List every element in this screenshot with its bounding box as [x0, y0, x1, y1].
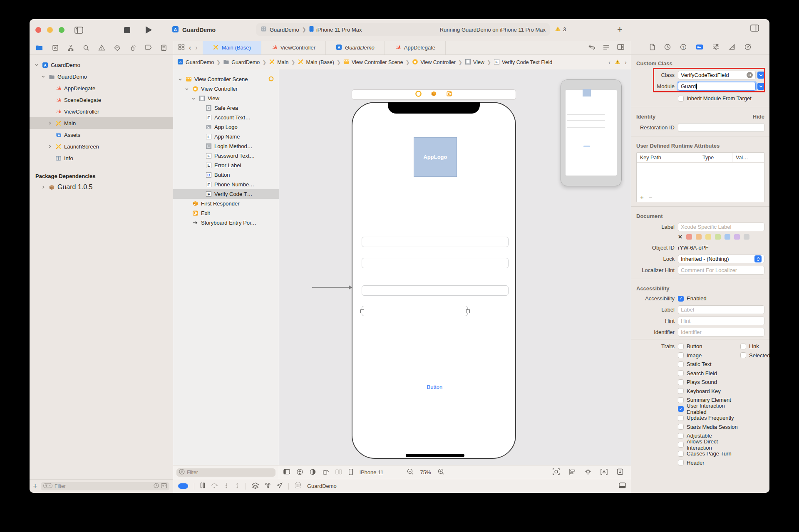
scheme-destination[interactable]: iPhone 11 Pro Max: [316, 27, 362, 33]
trait-checkbox-summary-element[interactable]: [678, 397, 684, 403]
appearance-icon[interactable]: [310, 469, 316, 476]
color-swatch[interactable]: [734, 234, 740, 240]
navigator-row-main[interactable]: Main: [30, 117, 173, 129]
trait-checkbox-keyboard-key[interactable]: [678, 388, 684, 394]
navigator-row-guard-1-0-5[interactable]: Guard 1.0.5: [30, 181, 173, 193]
breakpoint-navigator-icon[interactable]: [145, 45, 152, 51]
class-dropdown-button[interactable]: [757, 72, 764, 79]
trait-search-field[interactable]: Search Field: [678, 370, 740, 376]
verify-code-text-field[interactable]: [362, 306, 468, 316]
navigator-row-assets[interactable]: Assets: [30, 129, 173, 141]
trait-button[interactable]: Button: [678, 343, 740, 349]
close-window-button[interactable]: [35, 27, 41, 33]
runtime-attributes-table[interactable]: Key PathTypeVal… + −: [636, 152, 764, 202]
zoom-in-icon[interactable]: [438, 468, 444, 476]
view-controller-scene[interactable]: AppLogo Button: [352, 102, 516, 459]
password-text-field[interactable]: [362, 258, 509, 268]
clear-color-button[interactable]: ✕: [678, 234, 682, 240]
outline-row-view-controller[interactable]: View Controller: [173, 84, 279, 94]
editor-tab-appdelegate[interactable]: AppDelegate: [385, 41, 446, 54]
outline-row-view-controller-scene[interactable]: View Controller Scene: [173, 74, 279, 84]
outline-row-phone-numbe[interactable]: F Phone Numbe…: [173, 180, 279, 189]
trait-checkbox-updates-frequently[interactable]: [678, 415, 684, 421]
navigate-forward-icon[interactable]: ›: [195, 44, 197, 52]
accessibility-inspector-icon[interactable]: [297, 469, 303, 476]
class-field[interactable]: VerifyCodeTextField: [678, 71, 756, 79]
localizer-hint-field[interactable]: Comment For Localizer: [678, 266, 764, 275]
history-inspector-icon[interactable]: [664, 44, 671, 52]
symbols-navigator-icon[interactable]: [67, 45, 74, 51]
trait-link[interactable]: Link: [740, 343, 769, 349]
jumpbar-warning-icon[interactable]: [615, 59, 620, 66]
storyboard-entry-arrow[interactable]: [312, 284, 352, 291]
update-frames-icon[interactable]: [553, 468, 560, 476]
toggle-console-icon[interactable]: [619, 483, 626, 490]
breadcrumb-guarddemo[interactable]: AGuardDemo: [177, 59, 214, 66]
account-text-field[interactable]: [362, 237, 509, 247]
align-icon[interactable]: [569, 469, 576, 476]
accessibility-hint-field[interactable]: Hint: [678, 317, 764, 325]
storyboard-canvas[interactable]: AppLogo Button: [279, 69, 631, 465]
navigator-row-info[interactable]: Info: [30, 152, 173, 164]
lock-dropdown[interactable]: Inherited - (Nothing): [678, 255, 764, 263]
phone-number-text-field[interactable]: [362, 285, 509, 296]
disclosure-right-icon[interactable]: [47, 144, 53, 148]
add-constraints-icon[interactable]: [585, 468, 591, 476]
resolve-autolayout-icon[interactable]: [600, 469, 608, 476]
jump-to-class-icon[interactable]: [747, 72, 753, 78]
next-issue-icon[interactable]: ›: [625, 59, 627, 66]
module-field[interactable]: Guard: [678, 82, 756, 91]
first-responder-dock-icon[interactable]: [431, 91, 437, 99]
outline-row-password-text[interactable]: F Password Text…: [173, 151, 279, 161]
trait-updates-frequently[interactable]: Updates Frequently: [678, 415, 740, 421]
recent-files-filter-icon[interactable]: [154, 483, 159, 490]
restoration-id-field[interactable]: [678, 123, 764, 132]
selection-handle-left[interactable]: [360, 309, 364, 313]
outline-row-error-label[interactable]: L Error Label: [173, 161, 279, 170]
trait-summary-element[interactable]: Summary Element: [678, 397, 740, 403]
simulate-location-icon[interactable]: [277, 483, 283, 490]
attributes-inspector-icon[interactable]: [712, 44, 720, 52]
color-swatch[interactable]: [696, 234, 702, 240]
outline-row-exit[interactable]: Exit: [173, 208, 279, 218]
navigate-back-icon[interactable]: ‹: [189, 44, 191, 52]
toggle-navigator-icon[interactable]: [73, 25, 84, 35]
navigator-row-guarddemo[interactable]: A GuardDemo: [30, 59, 173, 71]
memory-graph-icon[interactable]: [265, 483, 271, 490]
accessibility-enabled-checkbox[interactable]: ✓: [678, 296, 684, 302]
navigator-row-appdelegate[interactable]: AppDelegate: [30, 82, 173, 94]
color-swatch[interactable]: [715, 234, 721, 240]
code-review-icon[interactable]: [588, 45, 596, 51]
trait-allows-direct-interaction[interactable]: Allows Direct Interaction: [678, 438, 740, 451]
stop-button[interactable]: [121, 25, 133, 35]
outline-row-safe-area[interactable]: Safe Area: [173, 103, 279, 113]
color-swatch[interactable]: [744, 234, 749, 240]
trait-checkbox-causes-page-turn[interactable]: [678, 451, 684, 457]
split-view-icon[interactable]: [335, 469, 342, 476]
add-attribute-button[interactable]: +: [640, 194, 644, 201]
trait-checkbox-search-field[interactable]: [678, 370, 684, 376]
zoom-window-button[interactable]: [59, 27, 65, 33]
test-navigator-icon[interactable]: [114, 45, 121, 51]
trait-checkbox-user-interaction-enabled[interactable]: ✓: [678, 406, 684, 412]
accessibility-label-field[interactable]: Label: [678, 305, 764, 314]
source-control-navigator-icon[interactable]: [52, 45, 59, 51]
outline-row-view[interactable]: View: [173, 94, 279, 103]
navigator-row-guarddemo[interactable]: GuardDemo: [30, 71, 173, 82]
toggle-outline-icon[interactable]: [283, 469, 290, 476]
run-button[interactable]: [143, 25, 154, 35]
trait-starts-media-session[interactable]: Starts Media Session: [678, 424, 740, 430]
outline-row-verify-code-t[interactable]: F Verify Code T…: [173, 189, 279, 199]
disclosure-down-icon[interactable]: [177, 77, 183, 82]
navigator-filter-field[interactable]: Filter: [41, 482, 169, 490]
device-label[interactable]: iPhone 11: [360, 469, 384, 475]
selection-handle-right[interactable]: [466, 309, 470, 313]
trait-adjustable[interactable]: Adjustable: [678, 433, 740, 439]
pause-execution-icon[interactable]: [200, 483, 205, 490]
trait-checkbox-adjustable[interactable]: [678, 433, 684, 439]
trait-checkbox-link[interactable]: [740, 344, 746, 349]
quick-help-inspector-icon[interactable]: ?: [680, 44, 687, 52]
outline-row-app-name[interactable]: L App Name: [173, 132, 279, 141]
login-button[interactable]: Button: [352, 384, 517, 390]
source-control-filter-icon[interactable]: [161, 483, 167, 490]
